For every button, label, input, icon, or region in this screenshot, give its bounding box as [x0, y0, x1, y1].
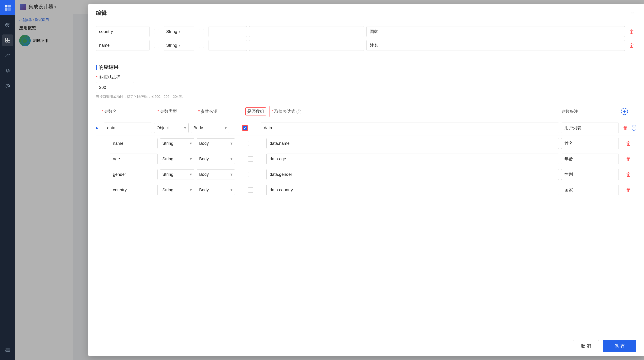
row-age-remark-input[interactable]	[561, 154, 619, 164]
name-type-select[interactable]: String ▾	[164, 40, 194, 51]
header-type: *参数类型	[158, 109, 196, 114]
sidebar-item-grid[interactable]	[2, 34, 14, 46]
sidebar-logo[interactable]	[0, 0, 15, 15]
row-gender-name-input[interactable]	[110, 169, 158, 180]
row-gender-remark-input[interactable]	[561, 169, 619, 180]
row-data-array-checkbox[interactable]	[242, 125, 248, 131]
dialog-header: 编辑 ×	[88, 4, 644, 22]
table-row-gender: String ▾ Body ▾ 🗑	[96, 167, 636, 182]
row-data-add-child-button[interactable]: +	[632, 125, 636, 131]
country-checkbox[interactable]	[154, 29, 159, 34]
row-name-type-select[interactable]: String ▾	[160, 138, 194, 148]
expression-info-icon[interactable]: ?	[296, 109, 301, 114]
row-gender-array-checkbox[interactable]	[248, 172, 254, 177]
header-source: *参数来源	[198, 109, 240, 114]
row-age-expression-input[interactable]	[266, 154, 559, 164]
country-delete-button[interactable]: 🗑	[627, 27, 636, 36]
row-age-type-arrow-icon: ▾	[190, 156, 192, 161]
status-code-label: * 响应状态码	[96, 74, 636, 80]
dialog: 编辑 × String ▾	[88, 4, 644, 356]
name-delete-button[interactable]: 🗑	[627, 41, 636, 50]
row-gender-type-arrow-icon: ▾	[190, 172, 192, 177]
row-data-expand-arrow-icon[interactable]: ▶	[96, 126, 98, 130]
sidebar-item-cube[interactable]	[2, 19, 14, 31]
sidebar-item-expand[interactable]	[2, 345, 14, 356]
row-name-array-checkbox[interactable]	[248, 141, 254, 146]
row-name-delete-button[interactable]: 🗑	[624, 139, 633, 148]
row-name-actions-cell: 🗑	[621, 139, 636, 148]
sidebar-item-chart[interactable]	[2, 80, 14, 92]
row-country-remark-input[interactable]	[561, 185, 619, 195]
country-remark-input[interactable]	[366, 26, 625, 37]
name-checkbox[interactable]	[154, 43, 159, 48]
header-actions: +	[621, 108, 636, 115]
row-name-remark-input[interactable]	[561, 138, 619, 149]
dialog-overlay: 编辑 × String ▾	[15, 0, 644, 360]
sidebar-item-layers[interactable]	[2, 65, 14, 77]
sidebar-item-users[interactable]	[2, 50, 14, 61]
row-data-expression-input[interactable]	[261, 123, 559, 133]
name-checkbox2-cell	[197, 43, 206, 48]
row-data-source-select[interactable]: Body ▾	[191, 123, 229, 133]
country-checkbox2[interactable]	[199, 29, 204, 34]
row-country-expression-input[interactable]	[266, 185, 559, 195]
country-name-input[interactable]	[96, 26, 150, 37]
add-row-button[interactable]: +	[621, 108, 628, 115]
top-rows-section: String ▾ 🗑	[96, 22, 636, 58]
top-row-name: String ▾ 🗑	[96, 40, 636, 51]
country-type-select[interactable]: String ▾	[164, 26, 194, 37]
table-row-age: String ▾ Body ▾ 🗑	[96, 151, 636, 167]
row-data-name-input[interactable]	[104, 123, 152, 133]
svg-rect-13	[6, 352, 10, 352]
header-expression: *取值表达式 ?	[272, 109, 559, 114]
svg-rect-11	[6, 349, 10, 349]
row-name-name-input[interactable]	[110, 138, 158, 149]
row-name-source-label: Body	[199, 141, 209, 146]
row-age-array-checkbox[interactable]	[248, 156, 254, 162]
name-small-input[interactable]	[208, 40, 247, 51]
row-name-expression-input[interactable]	[266, 138, 559, 149]
table-row-data: ▶ Object ▾ Body ▾	[96, 120, 636, 136]
row-country-name-input[interactable]	[110, 185, 158, 195]
name-checkbox-cell	[152, 43, 162, 48]
row-name-source-select[interactable]: Body ▾	[197, 138, 235, 148]
country-small-input[interactable]	[208, 26, 247, 37]
dialog-body: String ▾ 🗑	[88, 22, 644, 336]
name-name-input[interactable]	[96, 40, 150, 51]
row-data-type-arrow-icon: ▾	[184, 125, 186, 130]
name-checkbox2[interactable]	[199, 43, 204, 48]
row-country-array-checkbox[interactable]	[248, 187, 254, 193]
row-age-type-select[interactable]: String ▾	[160, 154, 194, 164]
row-gender-source-arrow-icon: ▾	[230, 172, 232, 177]
row-data-type-select[interactable]: Object ▾	[154, 123, 188, 133]
row-gender-type-select[interactable]: String ▾	[160, 169, 194, 179]
row-age-source-label: Body	[199, 156, 209, 161]
sidebar	[0, 0, 15, 360]
row-country-type-select[interactable]: String ▾	[160, 185, 194, 195]
row-age-array-cell	[237, 156, 264, 162]
row-data-source-label: Body	[194, 125, 203, 130]
row-country-source-arrow-icon: ▾	[230, 187, 232, 192]
dialog-title: 编辑	[96, 9, 106, 17]
row-data-remark-input[interactable]	[561, 123, 619, 133]
svg-point-8	[6, 54, 8, 55]
cancel-button[interactable]: 取 消	[573, 340, 599, 352]
row-data-delete-button[interactable]: 🗑	[621, 123, 630, 132]
row-age-delete-button[interactable]: 🗑	[624, 154, 633, 164]
row-gender-source-select[interactable]: Body ▾	[197, 169, 235, 179]
row-gender-delete-button[interactable]: 🗑	[624, 170, 633, 179]
row-gender-expression-input[interactable]	[266, 169, 559, 180]
row-country-delete-button[interactable]: 🗑	[624, 185, 633, 195]
row-age-source-select[interactable]: Body ▾	[197, 154, 235, 164]
row-data-expand-cell: ▶	[96, 126, 102, 130]
table-header: *参数名 *参数类型 *参数来源 是否数组 *取值表达式 ?	[96, 103, 636, 120]
row-country-actions-cell: 🗑	[621, 185, 636, 195]
name-large-input[interactable]	[249, 40, 364, 51]
close-button[interactable]: ×	[629, 9, 636, 17]
country-large-input[interactable]	[249, 26, 364, 37]
row-country-source-select[interactable]: Body ▾	[197, 185, 235, 195]
status-code-input[interactable]	[96, 82, 134, 93]
name-remark-input[interactable]	[366, 40, 625, 51]
row-age-name-input[interactable]	[110, 154, 158, 164]
save-button[interactable]: 保 存	[603, 340, 636, 352]
